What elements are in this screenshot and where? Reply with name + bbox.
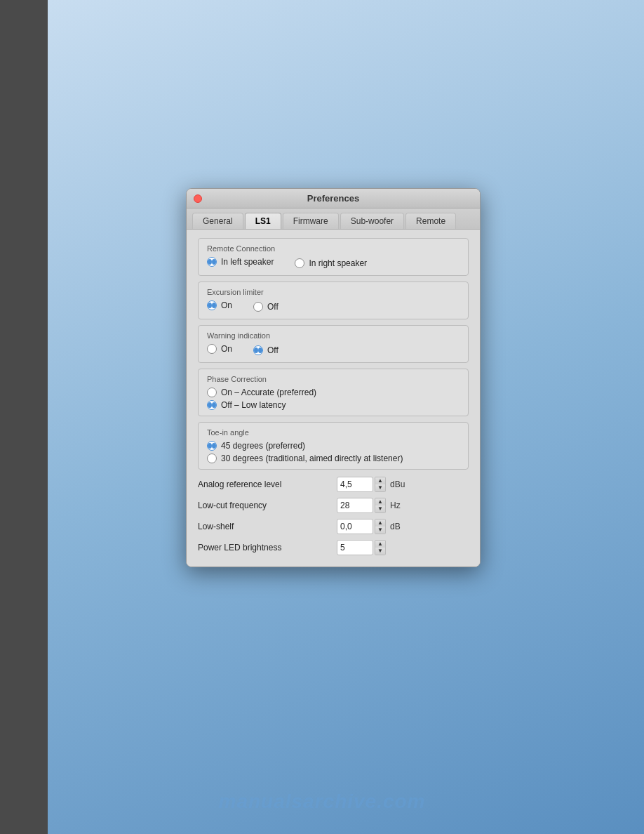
- radio-excursion-on[interactable]: [207, 300, 217, 310]
- phase-accurate-option[interactable]: On – Accurate (preferred): [207, 388, 459, 397]
- warning-off-option[interactable]: Off: [253, 344, 279, 357]
- remote-connection-options: In left speaker In right speaker: [207, 257, 459, 270]
- radio-excursion-off-label: Off: [267, 302, 279, 312]
- warning-indication-section: Warning indication On Off: [198, 325, 469, 363]
- warning-indication-options: On Off: [207, 344, 459, 357]
- power-led-input-wrap: ▲ ▼: [337, 540, 386, 555]
- power-led-stepper: ▲ ▼: [375, 540, 386, 555]
- sidebar-strip: [0, 0, 48, 834]
- tab-general[interactable]: General: [192, 213, 243, 229]
- low-cut-freq-label: Low-cut frequency: [198, 501, 331, 510]
- toe-in-30-option[interactable]: 30 degrees (traditional, aimed directly …: [207, 454, 459, 463]
- radio-phase-low-latency-label: Off – Low latency: [221, 400, 286, 410]
- power-led-input[interactable]: [337, 540, 373, 555]
- low-shelf-input[interactable]: [337, 519, 373, 534]
- tab-sub-woofer[interactable]: Sub-woofer: [340, 213, 404, 229]
- remote-connection-section: Remote Connection In left speaker In rig…: [198, 238, 469, 276]
- radio-45deg[interactable]: [207, 441, 217, 451]
- low-shelf-stepper: ▲ ▼: [375, 519, 386, 534]
- toe-in-45-option[interactable]: 45 degrees (preferred): [207, 441, 459, 451]
- radio-warning-on[interactable]: [207, 344, 217, 354]
- radio-in-right-speaker[interactable]: [295, 258, 304, 268]
- power-led-increment[interactable]: ▲: [375, 541, 385, 548]
- tab-firmware[interactable]: Firmware: [283, 213, 339, 229]
- low-cut-freq-increment[interactable]: ▲: [375, 498, 385, 505]
- low-shelf-decrement[interactable]: ▼: [375, 527, 385, 534]
- low-shelf-input-wrap: ▲ ▼ dB: [337, 519, 401, 534]
- low-shelf-row: Low-shelf ▲ ▼ dB: [198, 519, 469, 534]
- low-shelf-label: Low-shelf: [198, 522, 331, 531]
- warning-indication-label: Warning indication: [207, 331, 459, 340]
- dialog-body: Remote Connection In left speaker In rig…: [187, 230, 480, 567]
- low-cut-freq-input[interactable]: [337, 498, 373, 513]
- low-shelf-increment[interactable]: ▲: [375, 519, 385, 527]
- tab-bar: General LS1 Firmware Sub-woofer Remote: [187, 208, 480, 230]
- excursion-on-option[interactable]: On: [207, 300, 232, 310]
- analog-ref-input-wrap: ▲ ▼ dBu: [337, 477, 405, 492]
- radio-in-left-speaker-label: In left speaker: [221, 257, 274, 267]
- low-shelf-unit: dB: [390, 522, 401, 531]
- analog-ref-decrement[interactable]: ▼: [375, 484, 385, 491]
- radio-excursion-on-label: On: [221, 300, 232, 310]
- low-cut-freq-decrement[interactable]: ▼: [375, 505, 385, 512]
- analog-ref-label: Analog reference level: [198, 479, 331, 489]
- radio-warning-off[interactable]: [253, 345, 263, 355]
- radio-warning-off-label: Off: [267, 345, 279, 355]
- toe-in-angle-label: Toe-in angle: [207, 428, 459, 437]
- radio-phase-low-latency[interactable]: [207, 400, 217, 410]
- excursion-off-option[interactable]: Off: [253, 300, 279, 313]
- radio-30deg-label: 30 degrees (traditional, aimed directly …: [221, 454, 403, 463]
- low-cut-freq-input-wrap: ▲ ▼ Hz: [337, 498, 401, 513]
- remote-connection-left-option[interactable]: In left speaker: [207, 257, 274, 267]
- phase-low-latency-option[interactable]: Off – Low latency: [207, 400, 459, 410]
- power-led-label: Power LED brightness: [198, 543, 331, 552]
- radio-in-left-speaker[interactable]: [207, 257, 217, 267]
- analog-ref-unit: dBu: [390, 479, 405, 489]
- phase-correction-section: Phase Correction On – Accurate (preferre…: [198, 369, 469, 416]
- low-cut-freq-stepper: ▲ ▼: [375, 498, 386, 513]
- power-led-row: Power LED brightness ▲ ▼: [198, 540, 469, 555]
- radio-30deg[interactable]: [207, 454, 217, 463]
- excursion-limiter-label: Excursion limiter: [207, 288, 459, 296]
- power-led-decrement[interactable]: ▼: [375, 548, 385, 555]
- excursion-limiter-options: On Off: [207, 300, 459, 313]
- radio-45deg-label: 45 degrees (preferred): [221, 441, 305, 451]
- tab-remote[interactable]: Remote: [405, 213, 456, 229]
- radio-warning-on-label: On: [221, 344, 232, 354]
- dialog-title: Preferences: [307, 193, 359, 204]
- numeric-fields: Analog reference level ▲ ▼ dBu Low-cut f…: [198, 477, 469, 555]
- tab-ls1[interactable]: LS1: [245, 213, 281, 229]
- analog-ref-increment[interactable]: ▲: [375, 477, 385, 484]
- excursion-limiter-section: Excursion limiter On Off: [198, 282, 469, 319]
- title-bar: Preferences: [187, 189, 480, 208]
- low-cut-freq-unit: Hz: [390, 501, 401, 510]
- radio-phase-accurate[interactable]: [207, 388, 217, 397]
- analog-ref-stepper: ▲ ▼: [375, 477, 386, 492]
- analog-ref-input[interactable]: [337, 477, 373, 492]
- radio-in-right-speaker-label: In right speaker: [309, 258, 367, 268]
- radio-phase-accurate-label: On – Accurate (preferred): [221, 388, 316, 397]
- toe-in-angle-section: Toe-in angle 45 degrees (preferred) 30 d…: [198, 422, 469, 470]
- analog-ref-row: Analog reference level ▲ ▼ dBu: [198, 477, 469, 492]
- radio-excursion-off[interactable]: [253, 302, 263, 312]
- warning-on-option[interactable]: On: [207, 344, 232, 354]
- remote-connection-right-option[interactable]: In right speaker: [295, 257, 367, 270]
- phase-correction-label: Phase Correction: [207, 375, 459, 383]
- close-button[interactable]: [194, 194, 202, 203]
- low-cut-freq-row: Low-cut frequency ▲ ▼ Hz: [198, 498, 469, 513]
- remote-connection-label: Remote Connection: [207, 244, 459, 253]
- preferences-dialog: Preferences General LS1 Firmware Sub-woo…: [186, 188, 481, 567]
